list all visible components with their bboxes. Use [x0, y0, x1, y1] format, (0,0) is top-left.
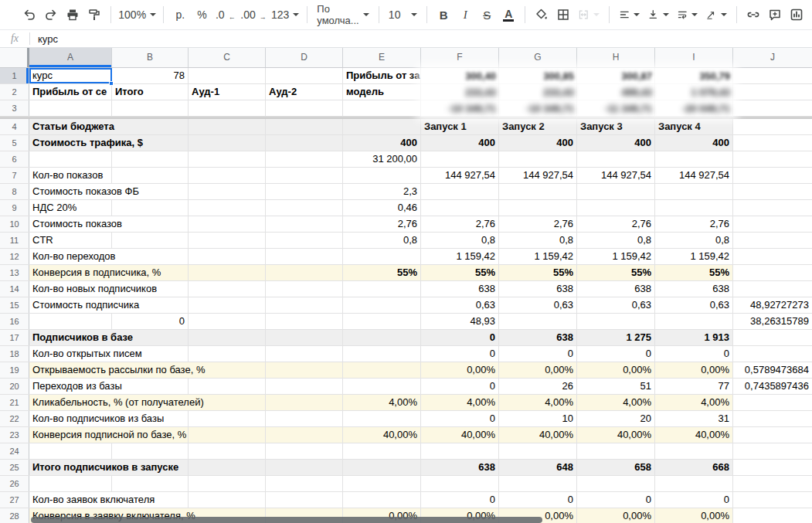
cell-F19[interactable]: 0,00%	[421, 362, 499, 378]
cell-G17[interactable]: 638	[499, 330, 577, 345]
cell-I21[interactable]: 4,00%	[655, 395, 733, 410]
cell-A3[interactable]	[29, 100, 112, 116]
cell-J19[interactable]: 0,5789473684	[733, 362, 812, 378]
cell-B12[interactable]	[112, 249, 189, 264]
cell-C23[interactable]	[189, 427, 266, 443]
cell-H15[interactable]: 0,63	[577, 297, 655, 313]
cell-B11[interactable]	[112, 233, 189, 248]
cell-G11[interactable]: 0,8	[499, 233, 577, 248]
redo-button[interactable]	[40, 4, 62, 25]
cell-A26[interactable]	[29, 476, 112, 491]
select-all-corner[interactable]	[0, 48, 29, 67]
cell-J15[interactable]: 48,92727273	[733, 297, 812, 313]
cell-D11[interactable]	[266, 233, 343, 248]
row-header-19[interactable]: 19	[0, 362, 29, 378]
cell-G9[interactable]	[499, 200, 577, 216]
cell-F4[interactable]: Запуск 1	[421, 119, 499, 134]
cell-D15[interactable]	[266, 297, 343, 313]
cell-J7[interactable]	[733, 168, 812, 183]
horizontal-scrollbar[interactable]	[31, 517, 542, 523]
cell-H8[interactable]	[577, 184, 655, 199]
row-header-16[interactable]: 16	[0, 314, 29, 329]
cell-C27[interactable]	[189, 492, 266, 508]
strikethrough-button[interactable]: S	[476, 4, 498, 25]
cell-A8[interactable]: Стоимость показов ФБ	[29, 184, 112, 199]
insert-comment-button[interactable]	[764, 4, 786, 25]
cell-G19[interactable]: 0,00%	[499, 362, 577, 378]
cell-G27[interactable]: 0	[499, 492, 577, 508]
font-select[interactable]: По умолча...	[313, 4, 373, 25]
cell-G20[interactable]: 26	[499, 379, 577, 394]
row-header-17[interactable]: 17	[0, 330, 29, 345]
cell-A2[interactable]: Прибыль от се	[29, 84, 112, 100]
row-header-27[interactable]: 27	[0, 492, 29, 508]
cell-A12[interactable]: Кол-во переходов	[29, 249, 112, 264]
row-header-7[interactable]: 7	[0, 168, 29, 183]
row-header-10[interactable]: 10	[0, 216, 29, 232]
cell-C25[interactable]	[189, 460, 266, 475]
cell-A15[interactable]: Стоимость подписчика	[29, 297, 112, 313]
cell-F14[interactable]: 638	[421, 281, 499, 297]
column-header-G[interactable]: G	[499, 48, 577, 67]
cell-E8[interactable]: 2,3	[343, 184, 421, 199]
cell-D6[interactable]	[266, 151, 343, 167]
cell-I7[interactable]: 144 927,54	[655, 168, 733, 183]
cell-I15[interactable]: 0,63	[655, 297, 733, 313]
cell-G10[interactable]: 2,76	[499, 216, 577, 232]
cell-C1[interactable]	[189, 68, 266, 83]
cell-J17[interactable]	[733, 330, 812, 345]
cell-C26[interactable]	[189, 476, 266, 491]
cell-D25[interactable]	[266, 460, 343, 475]
cell-D9[interactable]	[266, 200, 343, 216]
cell-H9[interactable]	[577, 200, 655, 216]
cell-G13[interactable]: 55%	[499, 265, 577, 280]
cell-A21[interactable]: Кликабельность, % (от получателей)	[29, 395, 112, 410]
fill-color-button[interactable]	[531, 4, 552, 25]
cell-C8[interactable]	[189, 184, 266, 199]
row-header-15[interactable]: 15	[0, 297, 29, 313]
row-header-1[interactable]: 1	[0, 68, 29, 83]
cell-G25[interactable]: 648	[499, 460, 577, 475]
row-header-5[interactable]: 5	[0, 135, 29, 151]
column-header-B[interactable]: B	[112, 48, 189, 67]
cell-E27[interactable]	[343, 492, 421, 508]
row-header-2[interactable]: 2	[0, 84, 29, 100]
cell-I12[interactable]: 1 159,42	[655, 249, 733, 264]
cell-F8[interactable]	[421, 184, 499, 199]
cell-E17[interactable]	[343, 330, 421, 345]
cell-E16[interactable]	[343, 314, 421, 329]
cell-J6[interactable]	[733, 151, 812, 167]
cell-C12[interactable]	[189, 249, 266, 264]
cell-E4[interactable]	[343, 119, 421, 134]
cell-H17[interactable]: 1 275	[577, 330, 655, 345]
cell-D24[interactable]	[266, 443, 343, 459]
cell-A10[interactable]: Стоимость показов	[29, 216, 112, 232]
cell-E1[interactable]: Прибыль от за	[343, 68, 421, 83]
cell-J1[interactable]	[733, 68, 812, 83]
cell-A6[interactable]	[29, 151, 112, 167]
cell-H19[interactable]: 0,00%	[577, 362, 655, 378]
cell-J5[interactable]	[733, 135, 812, 151]
cell-C7[interactable]	[189, 168, 266, 183]
cell-F18[interactable]: 0	[421, 346, 499, 362]
cell-G4[interactable]: Запуск 2	[499, 119, 577, 134]
column-header-H[interactable]: H	[577, 48, 655, 67]
cell-C16[interactable]	[189, 314, 266, 329]
cell-C2[interactable]: Ауд-1	[189, 84, 266, 100]
cell-D14[interactable]	[266, 281, 343, 297]
cell-F24[interactable]	[421, 443, 499, 459]
cell-G16[interactable]	[499, 314, 577, 329]
cell-E22[interactable]	[343, 411, 421, 426]
cell-D13[interactable]	[266, 265, 343, 280]
column-header-J[interactable]: J	[733, 48, 812, 67]
row-header-20[interactable]: 20	[0, 379, 29, 394]
cell-D4[interactable]	[266, 119, 343, 134]
cell-G26[interactable]	[499, 476, 577, 491]
cell-C18[interactable]	[189, 346, 266, 362]
cell-J10[interactable]	[733, 216, 812, 232]
row-header-9[interactable]: 9	[0, 200, 29, 216]
cell-A5[interactable]: Стоимость трафика, $	[29, 135, 112, 151]
cell-I9[interactable]	[655, 200, 733, 216]
cell-F12[interactable]: 1 159,42	[421, 249, 499, 264]
undo-button[interactable]	[19, 4, 40, 25]
